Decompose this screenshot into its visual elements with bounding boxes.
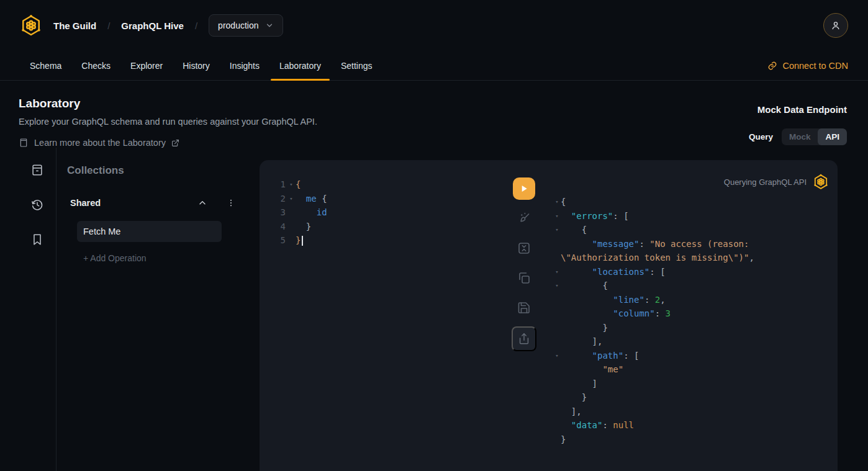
endpoint-option-api[interactable]: API [818,128,847,145]
laboratory-main: Collections Shared Fetch Me + Add Operat… [0,148,868,471]
query-code-line: 1▾{ [279,177,505,192]
fold-toggle-icon[interactable]: ▾ [553,227,561,233]
plugin-rail [19,148,56,471]
response-code-line: ], [553,405,829,419]
fold-toggle-icon[interactable]: ▾ [287,181,296,187]
query-label: Query [749,132,773,141]
text-cursor [302,236,303,246]
tab-laboratory[interactable]: Laboratory [269,51,331,80]
response-code-line: ▾ "locations": [ [553,265,829,279]
response-code-line: "line": 2, [553,293,829,307]
graphiql-panel: 1▾{2▾ me {3 id4 }5} [260,160,838,471]
line-number: 2 [279,194,286,204]
user-icon [830,20,841,31]
collapse-group-button[interactable] [197,198,207,208]
target-selector-button[interactable]: production [209,14,283,37]
line-number: 4 [279,222,286,231]
tab-explorer[interactable]: Explorer [120,51,173,80]
response-code-line: } [553,321,829,335]
breadcrumb-org[interactable]: The Guild [53,20,96,31]
line-number: 5 [279,235,286,245]
response-code-line: ▾ "path": [ [553,349,829,363]
response-viewer[interactable]: Querying GraphQL API ▾{▾ "errors": [▾ { … [543,160,838,471]
tab-insights[interactable]: Insights [220,51,269,80]
link-icon [767,61,777,71]
execute-query-button[interactable] [513,177,535,200]
learn-more-label: Learn more about the Laboratory [34,138,166,148]
fold-toggle-icon[interactable]: ▾ [287,195,296,202]
fold-toggle-icon[interactable]: ▾ [553,199,561,205]
group-menu-button[interactable] [226,198,236,208]
collection-group-shared[interactable]: Shared [70,198,236,208]
breadcrumb: The Guild / GraphQL Hive / production [20,14,283,37]
page-title: Laboratory [19,97,317,110]
mock-endpoint-title: Mock Data Endpoint [757,104,847,115]
query-code-line: 5} [279,233,505,248]
add-operation-button[interactable]: + Add Operation [83,253,260,263]
fold-toggle-icon[interactable]: ▾ [553,352,561,359]
response-code-line: ▾{ [553,195,829,209]
response-status: Querying GraphQL API [553,174,829,190]
query-code-line: 3 id [279,205,505,220]
operation-label: Fetch Me [83,227,120,236]
response-code-line: ] [553,377,829,391]
target-selector-value: production [218,20,258,30]
user-avatar[interactable] [823,13,848,38]
tab-history[interactable]: History [173,51,220,80]
response-code-line: "me" [553,362,829,377]
fold-toggle-icon[interactable]: ▾ [553,282,561,289]
tab-checks[interactable]: Checks [71,51,120,80]
editor-toolbar [505,160,543,471]
response-code-line: "data": null [553,418,829,433]
fold-toggle-icon[interactable]: ▾ [553,269,561,275]
response-code-line: "message": "No access (reason: [553,237,829,251]
response-code-line: ▾ { [553,279,829,293]
response-code-line: "column": 3 [553,307,829,321]
book-icon [19,138,29,148]
kebab-menu-icon [226,198,236,208]
save-operation-icon[interactable] [517,300,531,315]
page-header-left: Laboratory Explore your GraphQL schema a… [19,97,317,148]
response-code-line: ▾ { [553,223,829,237]
line-number: 3 [279,207,286,217]
connect-to-cdn-button[interactable]: Connect to CDN [767,51,848,80]
app-root: The Guild / GraphQL Hive / production Sc… [0,0,868,471]
operation-item-fetch-me[interactable]: Fetch Me [77,221,222,242]
copy-query-icon[interactable] [517,271,531,285]
chevron-down-icon [265,21,274,30]
endpoint-option-mock[interactable]: Mock [782,128,818,145]
fold-toggle-icon[interactable]: ▾ [553,213,561,219]
hive-logo-icon [813,174,829,190]
learn-more-link[interactable]: Learn more about the Laboratory [19,138,317,148]
share-icon [517,332,531,346]
bookmark-plugin-icon[interactable] [30,233,44,246]
connect-to-cdn-label: Connect to CDN [782,61,848,71]
line-number: 1 [279,179,286,189]
response-status-label: Querying GraphQL API [724,177,807,187]
external-link-icon [171,139,179,147]
share-operation-button[interactable] [512,326,536,351]
collection-group-label: Shared [70,198,101,208]
response-code-line: \"Authorization token is missing\")", [553,251,829,265]
collections-plugin-icon[interactable] [30,163,44,177]
page-header: Laboratory Explore your GraphQL schema a… [0,81,868,148]
response-json: ▾{▾ "errors": [▾ { "message": "No access… [553,195,829,446]
tab-schema[interactable]: Schema [20,51,71,80]
breadcrumb-separator: / [107,20,110,31]
collections-heading: Collections [67,164,260,177]
tab-settings[interactable]: Settings [331,51,382,80]
page-subtitle: Explore your GraphQL schema and run quer… [19,117,317,127]
collections-panel: Collections Shared Fetch Me + Add Operat… [56,148,260,471]
prettify-query-icon[interactable] [517,211,531,226]
query-editor[interactable]: 1▾{2▾ me {3 id4 }5} [260,160,505,471]
merge-fragments-icon[interactable] [517,241,531,256]
top-bar: The Guild / GraphQL Hive / production [0,0,868,51]
endpoint-controls: Mock Data Endpoint Query Mock API [749,97,847,148]
project-tabs: Schema Checks Explorer History Insights … [0,51,868,81]
chevron-up-icon [197,198,207,208]
response-code-line: } [553,433,829,447]
history-plugin-icon[interactable] [30,198,44,212]
breadcrumb-project[interactable]: GraphQL Hive [121,20,184,31]
query-code-line: 4 } [279,220,505,234]
hive-logo-icon[interactable] [20,14,42,37]
